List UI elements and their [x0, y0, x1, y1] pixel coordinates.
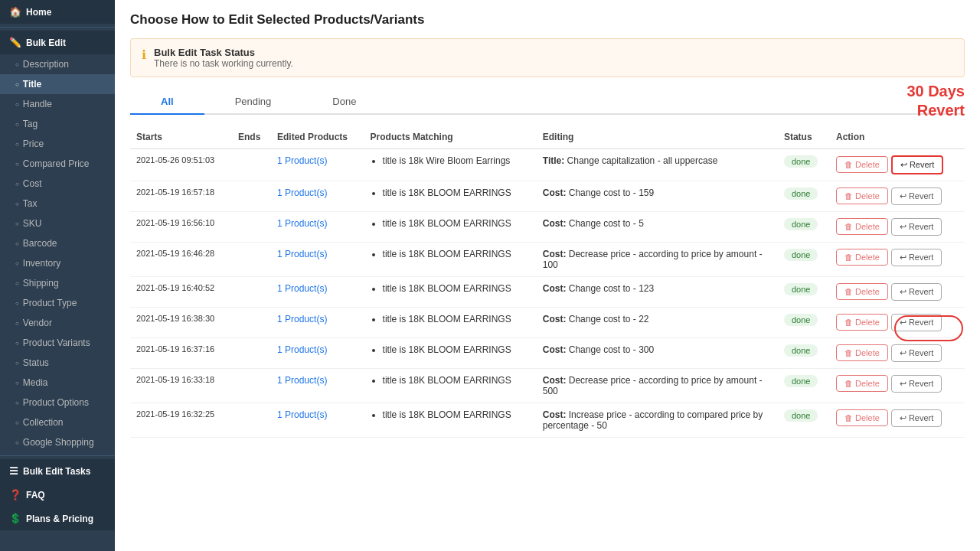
sidebar-item-shipping[interactable]: ○ Shipping: [0, 273, 115, 293]
sidebar-item-tag[interactable]: ○ Tag: [0, 114, 115, 134]
edit-icon: ✏️: [9, 37, 21, 48]
sidebar-item-vendor[interactable]: ○ Vendor: [0, 313, 115, 333]
cell-action: 🗑 Delete↩ Revert: [830, 308, 965, 338]
pricing-icon: 💲: [9, 513, 21, 524]
cell-ends: [232, 338, 271, 369]
cell-products-matching: title is 18K BLOOM EARRINGS: [364, 338, 537, 369]
sidebar-bulk-edit-tasks[interactable]: ☰ Bulk Edit Tasks: [0, 459, 115, 483]
dot-icon: ○: [15, 201, 19, 207]
edited-products-link[interactable]: 1 Product(s): [277, 344, 327, 355]
dot-icon: ○: [15, 81, 19, 88]
cell-editing: Cost: Change cost to - 300: [537, 338, 778, 369]
edited-products-link[interactable]: 1 Product(s): [277, 249, 327, 259]
cell-starts: 2021-05-19 16:33:18: [130, 369, 232, 403]
sidebar-home[interactable]: 🏠 Home: [0, 0, 115, 24]
delete-button[interactable]: 🗑 Delete: [836, 218, 888, 235]
col-products-matching: Products Matching: [364, 126, 537, 149]
list-item: title is 18K BLOOM EARRINGS: [383, 249, 531, 259]
delete-button[interactable]: 🗑 Delete: [836, 409, 888, 426]
delete-button[interactable]: 🗑 Delete: [836, 156, 888, 173]
table-row: 2021-05-19 16:57:181 Product(s)title is …: [130, 181, 965, 212]
delete-button[interactable]: 🗑 Delete: [836, 344, 888, 361]
cell-action: 🗑 Delete↩ Revert: [830, 369, 965, 403]
dot-icon: ○: [15, 439, 19, 446]
cell-products-matching: title is 18K BLOOM EARRINGS: [364, 277, 537, 308]
sidebar-item-status[interactable]: ○ Status: [0, 353, 115, 373]
sidebar-item-handle[interactable]: ○ Handle: [0, 94, 115, 114]
sidebar-item-cost[interactable]: ○ Cost: [0, 174, 115, 194]
sidebar: 🏠 Home ✏️ Bulk Edit ○ Description ○ Titl…: [0, 0, 115, 551]
edited-products-link[interactable]: 1 Product(s): [277, 155, 327, 166]
revert-button[interactable]: ↩ Revert: [891, 218, 942, 236]
sidebar-item-product-variants[interactable]: ○ Product Variants: [0, 333, 115, 353]
revert-button[interactable]: ↩ Revert: [891, 283, 942, 301]
tab-all[interactable]: All: [130, 90, 204, 115]
status-badge: done: [784, 409, 818, 422]
status-badge: done: [784, 375, 818, 387]
edited-products-link[interactable]: 1 Product(s): [277, 218, 327, 229]
edited-products-link[interactable]: 1 Product(s): [277, 314, 327, 324]
revert-button[interactable]: ↩ Revert: [891, 375, 942, 393]
sidebar-item-product-type[interactable]: ○ Product Type: [0, 293, 115, 313]
edited-products-link[interactable]: 1 Product(s): [277, 375, 327, 386]
cell-edited-products: 1 Product(s): [271, 369, 364, 403]
cell-editing: Cost: Change cost to - 123: [537, 277, 778, 308]
delete-button[interactable]: 🗑 Delete: [836, 314, 888, 331]
sidebar-item-media[interactable]: ○ Media: [0, 373, 115, 393]
sidebar-item-product-options[interactable]: ○ Product Options: [0, 393, 115, 412]
cell-edited-products: 1 Product(s): [271, 277, 364, 308]
list-item: title is 18K BLOOM EARRINGS: [383, 409, 531, 420]
sidebar-item-description[interactable]: ○ Description: [0, 54, 115, 74]
sidebar-item-sku[interactable]: ○ SKU: [0, 214, 115, 233]
revert-button[interactable]: ↩ Revert: [891, 409, 942, 427]
cell-starts: 2021-05-19 16:37:16: [130, 338, 232, 369]
cell-status: done: [778, 403, 830, 438]
revert-button[interactable]: ↩ Revert: [891, 155, 943, 174]
revert-button[interactable]: ↩ Revert: [891, 249, 942, 266]
list-item: title is 18K BLOOM EARRINGS: [383, 375, 531, 386]
sidebar-item-title[interactable]: ○ Title: [0, 74, 115, 94]
cell-ends: [232, 243, 271, 277]
revert-button[interactable]: ↩ Revert: [891, 187, 942, 205]
table-row: 2021-05-19 16:32:251 Product(s)title is …: [130, 403, 965, 438]
cell-edited-products: 1 Product(s): [271, 149, 364, 181]
sidebar-item-google-shopping[interactable]: ○ Google Shopping: [0, 432, 115, 452]
dot-icon: ○: [15, 320, 19, 327]
sidebar-bulk-edit[interactable]: ✏️ Bulk Edit: [0, 31, 115, 54]
faq-icon: ❓: [9, 489, 21, 500]
delete-button[interactable]: 🗑 Delete: [836, 375, 888, 392]
col-edited-products: Edited Products: [271, 126, 364, 149]
sidebar-plans-pricing[interactable]: 💲 Plans & Pricing: [0, 507, 115, 530]
tab-done[interactable]: Done: [302, 90, 387, 115]
delete-button[interactable]: 🗑 Delete: [836, 249, 888, 266]
status-badge: done: [784, 249, 818, 261]
cell-ends: [232, 403, 271, 438]
sidebar-item-inventory[interactable]: ○ Inventory: [0, 253, 115, 273]
sidebar-item-price[interactable]: ○ Price: [0, 134, 115, 154]
tab-pending[interactable]: Pending: [204, 90, 302, 115]
dot-icon: ○: [15, 61, 19, 68]
sidebar-item-collection[interactable]: ○ Collection: [0, 412, 115, 432]
edited-products-link[interactable]: 1 Product(s): [277, 409, 327, 420]
alert-title: Bulk Edit Task Status: [154, 47, 293, 58]
dot-icon: ○: [15, 280, 19, 287]
sidebar-item-tax[interactable]: ○ Tax: [0, 194, 115, 214]
sidebar-item-barcode[interactable]: ○ Barcode: [0, 233, 115, 253]
cell-status: done: [778, 181, 830, 212]
table-row: 2021-05-19 16:40:521 Product(s)title is …: [130, 277, 965, 308]
status-badge: done: [784, 314, 818, 326]
cell-status: done: [778, 308, 830, 338]
revert-button[interactable]: ↩ Revert: [891, 314, 942, 331]
delete-button[interactable]: 🗑 Delete: [836, 283, 888, 300]
list-item: title is 18K BLOOM EARRINGS: [383, 187, 531, 198]
edited-products-link[interactable]: 1 Product(s): [277, 187, 327, 198]
sidebar-item-compared-price[interactable]: ○ Compared Price: [0, 154, 115, 174]
edited-products-link[interactable]: 1 Product(s): [277, 283, 327, 294]
revert-button[interactable]: ↩ Revert: [891, 344, 942, 362]
sidebar-faq[interactable]: ❓ FAQ: [0, 483, 115, 507]
cell-editing: Cost: Change cost to - 5: [537, 212, 778, 243]
table-row: 2021-05-26 09:51:031 Product(s)title is …: [130, 149, 965, 181]
cell-products-matching: title is 18K BLOOM EARRINGS: [364, 181, 537, 212]
tasks-icon: ☰: [9, 465, 18, 477]
delete-button[interactable]: 🗑 Delete: [836, 187, 888, 204]
